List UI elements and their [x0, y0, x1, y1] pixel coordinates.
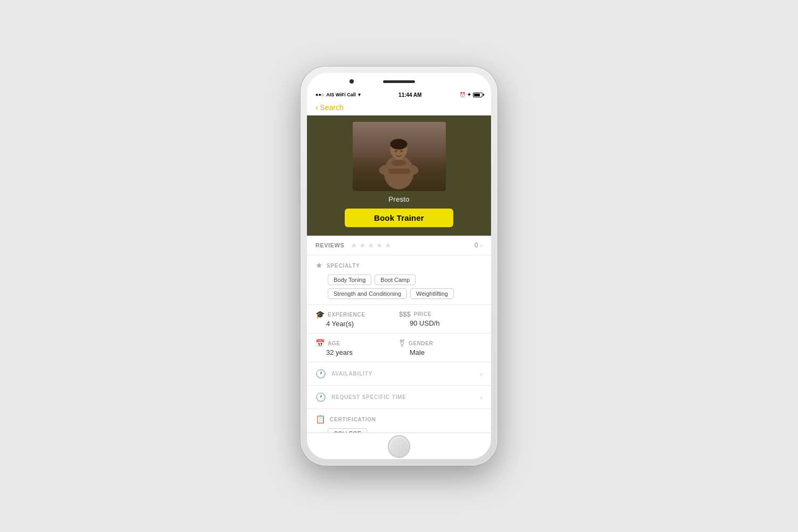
clock-availability-icon: 🕐 — [315, 369, 326, 379]
gender-label: GENDER — [409, 340, 433, 346]
signal-dots: ●●○ — [315, 92, 324, 97]
camera-dot — [350, 79, 354, 84]
price-symbols: $$$ — [399, 310, 411, 318]
reviews-chevron-icon: › — [480, 241, 483, 250]
availability-row[interactable]: 🕐 AVAILABILITY › — [307, 362, 491, 386]
availability-chevron-icon: › — [480, 370, 483, 378]
star-5: ★ — [385, 241, 392, 250]
gender-icon: ⚧ — [399, 339, 405, 347]
phone-screen: ●●○ AIS WiFi Call ▾ 11:44 AM ⏰ ✦ ‹ Searc… — [307, 73, 491, 459]
star-4: ★ — [376, 241, 383, 250]
svg-point-8 — [390, 139, 408, 149]
trainer-name: Presto — [388, 195, 409, 203]
request-time-row[interactable]: 🕐 REQUEST SPECIFIC TIME › — [307, 386, 491, 409]
certification-header: 📋 CERTIFICATION — [315, 414, 483, 424]
age-gender-section: 📅 AGE 32 years ⚧ GENDER Male — [307, 334, 491, 362]
certification-tags: COLLEGE — [328, 428, 483, 433]
home-button-area — [307, 433, 491, 459]
specialty-section: ★ SPECIALTY Body Toning Boot Camp Streng… — [307, 255, 491, 305]
price-stat: $$$ PRICE 90 USD/h — [399, 310, 483, 328]
back-button[interactable]: ‹ Search — [315, 103, 483, 112]
gender-stat: ⚧ GENDER Male — [399, 339, 483, 356]
graduation-icon: 🎓 — [315, 310, 325, 319]
carrier-label: AIS WiFi Call — [326, 92, 355, 97]
status-left: ●●○ AIS WiFi Call ▾ — [315, 92, 361, 97]
reviews-count: 0 — [475, 242, 478, 249]
age-value: 32 years — [326, 348, 399, 356]
gender-header: ⚧ GENDER — [399, 339, 483, 347]
specialty-title: SPECIALTY — [327, 263, 360, 269]
age-stat: 📅 AGE 32 years — [315, 339, 399, 356]
status-bar: ●●○ AIS WiFi Call ▾ 11:44 AM ⏰ ✦ — [307, 90, 491, 99]
screen-content: ‹ Search — [307, 99, 491, 433]
speaker-slot — [383, 80, 415, 83]
star-3: ★ — [368, 241, 375, 250]
age-header: 📅 AGE — [315, 339, 399, 347]
age-label: AGE — [328, 340, 340, 346]
price-header: $$$ PRICE — [399, 310, 483, 318]
price-label: PRICE — [414, 311, 432, 317]
wifi-icon: ▾ — [358, 92, 361, 97]
reviews-label: REVIEWS — [315, 242, 344, 248]
age-gender-grid: 📅 AGE 32 years ⚧ GENDER Male — [315, 339, 483, 356]
status-time: 11:44 AM — [398, 92, 422, 98]
hero-section: Presto Book Trainer — [307, 115, 491, 236]
clock-request-icon: 🕐 — [315, 392, 326, 402]
cert-icon: 📋 — [315, 414, 326, 424]
experience-value: 4 Year(s) — [326, 320, 399, 328]
home-button[interactable] — [388, 435, 410, 458]
certification-title: CERTIFICATION — [330, 417, 376, 422]
svg-point-9 — [395, 150, 398, 153]
tag-weightlifting: Weightlifting — [410, 288, 454, 299]
star-specialty-icon: ★ — [315, 261, 322, 270]
back-label: Search — [320, 103, 343, 112]
specialty-header: ★ SPECIALTY — [315, 261, 483, 270]
stars-container: ★ ★ ★ ★ ★ — [351, 241, 474, 250]
stats-grid: 🎓 EXPERIENCE 4 Year(s) $$$ PRICE 90 USD/… — [315, 310, 483, 328]
calendar-icon: 📅 — [315, 339, 325, 347]
experience-label: EXPERIENCE — [328, 312, 365, 318]
bluetooth-icon: ✦ — [467, 92, 471, 97]
star-2: ★ — [359, 241, 366, 250]
experience-header: 🎓 EXPERIENCE — [315, 310, 399, 319]
status-right: ⏰ ✦ — [460, 92, 483, 97]
tag-boot-camp: Boot Camp — [375, 275, 415, 285]
star-1: ★ — [351, 241, 358, 250]
experience-price-section: 🎓 EXPERIENCE 4 Year(s) $$$ PRICE 90 USD/… — [307, 305, 491, 334]
request-time-chevron-icon: › — [480, 393, 483, 402]
phone-top-bar — [307, 73, 491, 90]
trainer-photo — [353, 122, 446, 191]
tag-college: COLLEGE — [328, 428, 367, 433]
phone-frame: ●●○ AIS WiFi Call ▾ 11:44 AM ⏰ ✦ ‹ Searc… — [301, 66, 497, 466]
nav-bar: ‹ Search — [307, 99, 491, 115]
price-value: 90 USD/h — [410, 319, 483, 327]
book-trainer-button[interactable]: Book Trainer — [345, 209, 453, 227]
alarm-icon: ⏰ — [460, 92, 466, 97]
svg-point-10 — [400, 150, 403, 153]
certification-section: 📋 CERTIFICATION COLLEGE — [307, 409, 491, 433]
battery-fill — [474, 94, 480, 96]
request-time-label: REQUEST SPECIFIC TIME — [331, 394, 480, 400]
svg-rect-6 — [388, 169, 411, 174]
specialty-tags: Body Toning Boot Camp Strength and Condi… — [328, 275, 483, 299]
trainer-silhouette — [353, 122, 446, 191]
reviews-row[interactable]: REVIEWS ★ ★ ★ ★ ★ 0 › — [307, 236, 491, 255]
svg-point-7 — [392, 160, 406, 166]
availability-label: AVAILABILITY — [331, 371, 480, 377]
experience-stat: 🎓 EXPERIENCE 4 Year(s) — [315, 310, 399, 328]
tag-strength-conditioning: Strength and Conditioning — [328, 288, 407, 299]
battery-icon — [473, 93, 483, 97]
tag-body-toning: Body Toning — [328, 275, 371, 285]
chevron-left-icon: ‹ — [315, 103, 318, 112]
gender-value: Male — [410, 348, 483, 356]
